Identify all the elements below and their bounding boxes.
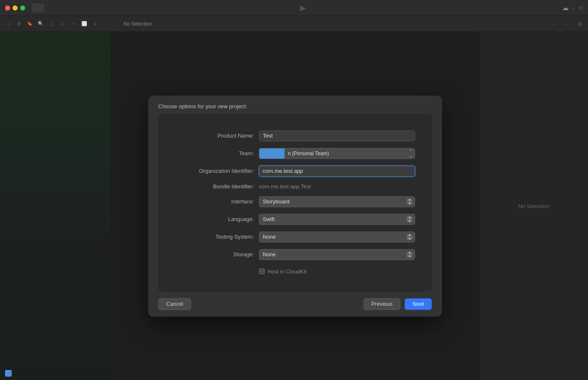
org-identifier-input[interactable] xyxy=(259,166,415,177)
team-control: n (Personal Team) ⌃⌄ xyxy=(259,148,415,159)
titlebar-center: ▶ xyxy=(48,3,559,13)
modal-body: Product Name: Team: n (Personal Team) xyxy=(158,114,432,292)
product-name-input[interactable] xyxy=(259,130,415,141)
testing-system-label: Testing System: xyxy=(175,234,259,240)
testing-select-wrapper: None XCTest ▲▼ xyxy=(259,232,415,242)
new-project-modal: Choose options for your new project: Pro… xyxy=(148,96,442,317)
bundle-identifier-value: com.me.test.app.Test xyxy=(259,182,311,191)
org-identifier-label: Organization Identifier: xyxy=(175,168,259,174)
maximize-button[interactable] xyxy=(20,5,25,10)
testing-system-row: Testing System: None XCTest ▲▼ xyxy=(158,232,432,242)
org-identifier-row: Organization Identifier: xyxy=(158,166,432,177)
cloudkit-checkbox[interactable] xyxy=(259,268,265,274)
content-area: Choose options for your new project: Pro… xyxy=(111,32,479,380)
cloudkit-label: Host in CloudKit xyxy=(267,268,306,275)
right-panel: No Selection xyxy=(479,32,588,380)
main-layout: Choose options for your new project: Pro… xyxy=(0,32,588,380)
modal-footer-right: Previous Next xyxy=(363,298,432,310)
language-control: Swift Objective-C ▲▼ xyxy=(259,214,415,225)
language-select-wrapper: Swift Objective-C ▲▼ xyxy=(259,214,415,225)
bundle-identifier-row: Bundle Identifier: com.me.test.app.Test xyxy=(158,183,432,190)
storage-row: Storage: None Core Data ▲▼ xyxy=(158,249,432,260)
team-chevron-icon: ⌃⌄ xyxy=(409,149,412,158)
modal-footer: Cancel Previous Next xyxy=(148,292,442,317)
next-button[interactable]: Next xyxy=(405,298,432,310)
interface-select-wrapper: Storyboard SwiftUI ▲▼ xyxy=(259,196,415,207)
toolbar-btn-2[interactable]: ⊞ xyxy=(14,19,24,29)
cloud-icon: ☁ xyxy=(562,4,569,12)
storage-label: Storage: xyxy=(175,251,259,258)
sidebar-toggle-button[interactable] xyxy=(32,3,44,13)
cloudkit-row: Host in CloudKit xyxy=(158,268,432,275)
cancel-button[interactable]: Cancel xyxy=(158,298,191,310)
sidebar-bottom xyxy=(0,367,111,380)
nav-forward-btn[interactable]: › xyxy=(561,19,570,29)
bundle-identifier-control: com.me.test.app.Test xyxy=(259,183,415,190)
storage-select[interactable]: None Core Data xyxy=(259,249,415,260)
right-panel-no-selection: No Selection xyxy=(518,203,549,209)
team-text: n (Personal Team) xyxy=(285,151,332,156)
product-name-label: Product Name: xyxy=(175,133,259,139)
interface-select[interactable]: Storyboard SwiftUI xyxy=(259,196,415,207)
titlebar-right: ☁ + ⊞ xyxy=(562,4,583,12)
interface-control: Storyboard SwiftUI ▲▼ xyxy=(259,196,415,207)
toolbar-separator xyxy=(118,20,118,28)
product-name-row: Product Name: xyxy=(158,130,432,141)
toolbar-btn-1[interactable]: ⎅ xyxy=(3,19,13,29)
toolbar-btn-9[interactable]: ≡ xyxy=(91,19,100,29)
org-identifier-control xyxy=(259,166,415,177)
storage-select-wrapper: None Core Data ▲▼ xyxy=(259,249,415,260)
sidebar xyxy=(0,32,111,380)
team-label: Team: xyxy=(175,150,259,156)
testing-system-control: None XCTest ▲▼ xyxy=(259,232,415,242)
language-select[interactable]: Swift Objective-C xyxy=(259,214,415,225)
add-button[interactable]: + xyxy=(572,5,575,11)
traffic-lights xyxy=(5,5,25,10)
sidebar-bottom-icon xyxy=(5,370,12,377)
previous-button[interactable]: Previous xyxy=(363,298,401,310)
toolbar-btn-5[interactable]: △ xyxy=(47,19,56,29)
modal-title: Choose options for your new project: xyxy=(148,96,442,114)
team-dropdown-wrapper[interactable]: n (Personal Team) ⌃⌄ xyxy=(259,148,415,159)
close-button[interactable] xyxy=(5,5,10,10)
interface-label: Interface: xyxy=(175,198,259,205)
toolbar-btn-8[interactable]: ⬜ xyxy=(80,19,89,29)
modal-overlay: Choose options for your new project: Pro… xyxy=(111,32,479,380)
no-selection-label: No Selection xyxy=(123,21,152,27)
toolbar-btn-7[interactable]: ∘ xyxy=(69,19,78,29)
nav-back-btn[interactable]: ‹ xyxy=(549,19,559,29)
team-highlight xyxy=(259,148,285,159)
toolbar-btn-6[interactable]: ◇ xyxy=(58,19,67,29)
titlebar: ▶ ☁ + ⊞ xyxy=(0,0,588,16)
team-row: Team: n (Personal Team) ⌃⌄ xyxy=(158,148,432,159)
bundle-identifier-label: Bundle Identifier: xyxy=(175,183,259,190)
toolbar-btn-4[interactable]: 🔍 xyxy=(36,19,45,29)
storage-control: None Core Data ▲▼ xyxy=(259,249,415,260)
play-button[interactable]: ▶ xyxy=(300,3,306,13)
inspector-toggle-btn[interactable]: ⊟ xyxy=(575,19,585,29)
product-name-control xyxy=(259,130,415,141)
interface-row: Interface: Storyboard SwiftUI ▲▼ xyxy=(158,196,432,207)
grid-icon[interactable]: ⊞ xyxy=(579,5,583,11)
minimize-button[interactable] xyxy=(13,5,18,10)
toolbar: ⎅ ⊞ 🔖 🔍 △ ◇ ∘ ⬜ ≡ No Selection ‹ › ⊟ xyxy=(0,16,588,32)
language-label: Language: xyxy=(175,216,259,222)
toolbar-btn-3[interactable]: 🔖 xyxy=(25,19,34,29)
language-row: Language: Swift Objective-C ▲▼ xyxy=(158,214,432,225)
testing-system-select[interactable]: None XCTest xyxy=(259,232,415,242)
